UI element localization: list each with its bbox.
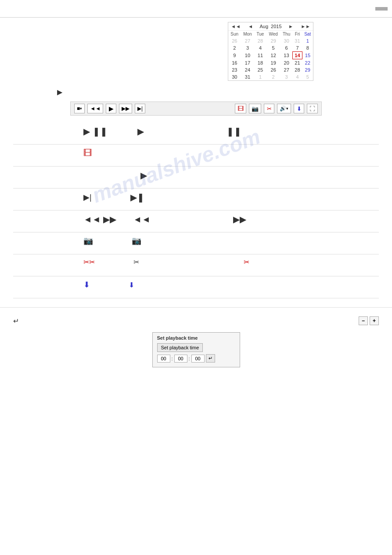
- cal-month[interactable]: Aug: [259, 24, 268, 29]
- cal-cell[interactable]: 26: [266, 66, 281, 73]
- cal-cell[interactable]: 26: [228, 37, 241, 44]
- rewind-icon[interactable]: ◄◄: [133, 214, 151, 225]
- next-key-button[interactable]: ▶|: [135, 104, 145, 113]
- cal-cell[interactable]: 28: [254, 37, 266, 44]
- cal-cell[interactable]: 31: [292, 37, 302, 44]
- next-frame-icon-row[interactable]: ▶|: [83, 192, 92, 202]
- minutes-input[interactable]: [174, 355, 187, 363]
- cal-cell[interactable]: 4: [254, 44, 266, 52]
- cal-cell[interactable]: 9: [228, 52, 241, 59]
- play-pause-content: ▶ ❚❚ ▶ ❚❚: [83, 126, 379, 137]
- rewind-ff-icon[interactable]: ◄◄ ▶▶: [83, 214, 116, 225]
- cal-cell[interactable]: 17: [241, 59, 255, 67]
- cal-cell[interactable]: 19: [266, 59, 281, 67]
- playback-enter-button[interactable]: ↵: [206, 354, 215, 363]
- next-frame-row: ▶| ▶❚: [13, 189, 379, 210]
- play-frame-icon[interactable]: ▶❚: [130, 192, 144, 203]
- pause-icon[interactable]: ❚❚: [227, 126, 241, 137]
- play-button[interactable]: ▶: [106, 104, 116, 113]
- play2-icon[interactable]: ▶: [140, 170, 147, 181]
- snapshot-row: 📷 📷: [13, 232, 379, 254]
- cal-cell[interactable]: 15: [302, 52, 313, 59]
- cal-first-prev[interactable]: ◄◄: [230, 24, 241, 29]
- play-pause-row: ▶ ❚❚ ▶ ❚❚: [13, 123, 379, 145]
- cal-cell[interactable]: 25: [254, 66, 266, 73]
- cal-cell[interactable]: 13: [281, 52, 293, 59]
- scissors-red-icon-2[interactable]: ✂: [244, 258, 249, 266]
- playback-popup: Set playback time Set playback time : : …: [152, 332, 240, 367]
- fullscreen-button[interactable]: ⛶: [307, 104, 318, 113]
- plus-button[interactable]: +: [370, 316, 379, 325]
- cal-cell[interactable]: 16: [228, 59, 241, 67]
- cal-cell[interactable]: 10: [241, 52, 255, 59]
- stop-icon: ■: [77, 105, 80, 112]
- cal-cell[interactable]: 21: [292, 59, 302, 67]
- cal-cell[interactable]: 23: [228, 66, 241, 73]
- download-icon-1[interactable]: ⬇: [83, 280, 90, 290]
- cal-cell[interactable]: 6: [281, 44, 293, 52]
- prev-frame-button[interactable]: ◄◄: [87, 104, 103, 113]
- scissors-button[interactable]: ✂: [264, 104, 274, 113]
- stop-button[interactable]: ■ ▾: [74, 104, 85, 113]
- minus-button[interactable]: −: [359, 316, 368, 325]
- cal-cell[interactable]: 8: [302, 44, 313, 52]
- cal-cell[interactable]: 4: [292, 73, 302, 80]
- film-row-icon[interactable]: 🎞: [83, 148, 92, 158]
- play-icon-2[interactable]: ▶: [137, 126, 144, 137]
- cal-cell[interactable]: 3: [281, 73, 293, 80]
- ff-icon[interactable]: ▶▶: [233, 214, 246, 225]
- cal-cell[interactable]: 1: [254, 73, 266, 80]
- seconds-input[interactable]: [191, 355, 205, 363]
- cal-next[interactable]: ►: [288, 24, 294, 29]
- top-bar: [0, 0, 392, 18]
- download-button[interactable]: ⬇: [294, 104, 304, 113]
- cal-cell[interactable]: 27: [241, 37, 255, 44]
- scissors-black-icon[interactable]: ✂: [133, 258, 139, 266]
- cal-cell[interactable]: 2: [266, 73, 281, 80]
- hours-input[interactable]: [157, 355, 170, 363]
- download-row: ⬇ ⬇: [13, 276, 379, 298]
- set-playback-time-button[interactable]: Set playback time: [157, 343, 203, 352]
- cal-day-wed: Wed: [266, 31, 281, 37]
- cal-cell[interactable]: 18: [254, 59, 266, 67]
- scissors-icon: ✂: [267, 105, 272, 112]
- cal-cell[interactable]: 11: [254, 52, 266, 59]
- volume-button[interactable]: 🔊 ▾: [277, 104, 291, 113]
- cal-cell[interactable]: 5: [266, 44, 281, 52]
- cal-cell[interactable]: 31: [241, 73, 255, 80]
- cal-cell[interactable]: 28: [292, 66, 302, 73]
- cal-cell[interactable]: 2: [228, 44, 241, 52]
- bottom-left: ↵: [13, 317, 19, 325]
- cal-cell[interactable]: 20: [281, 59, 293, 67]
- cal-cell[interactable]: 24: [241, 66, 255, 73]
- snapshot-icon-1[interactable]: 📷: [83, 236, 93, 246]
- calendar: ◄◄ ◄ Aug 2015 ► ►► Sun Mon Tue Wed Thu: [228, 22, 313, 81]
- download-icon-2[interactable]: ⬇: [129, 281, 134, 289]
- cal-cell[interactable]: 5: [302, 73, 313, 80]
- play-pause-icon[interactable]: ▶ ❚❚: [83, 126, 108, 137]
- camera-button[interactable]: 📷: [249, 104, 261, 113]
- volume-icon: 🔊: [280, 105, 286, 112]
- cal-year[interactable]: 2015: [271, 24, 281, 29]
- cal-cell[interactable]: 3: [241, 44, 255, 52]
- next-frame-button[interactable]: ▶▶: [119, 104, 132, 113]
- cal-cell[interactable]: 29: [302, 66, 313, 73]
- film-button[interactable]: 🎞: [235, 104, 246, 113]
- cal-cell[interactable]: 14: [292, 52, 302, 59]
- cal-prev[interactable]: ◄: [247, 24, 254, 29]
- cal-cell[interactable]: 7: [292, 44, 302, 52]
- cal-last-next[interactable]: ►►: [300, 24, 311, 29]
- cal-cell[interactable]: 1: [302, 37, 313, 44]
- prev-frame-icon: ◄◄: [90, 105, 101, 112]
- next-frame-content: ▶| ▶❚: [83, 192, 379, 203]
- cal-cell[interactable]: 30: [281, 37, 293, 44]
- cal-cell[interactable]: 29: [266, 37, 281, 44]
- scissors-red-pair-icon[interactable]: ✂✂: [83, 258, 95, 266]
- snapshot-icon-2[interactable]: 📷: [132, 236, 141, 246]
- cal-cell[interactable]: 30: [228, 73, 241, 80]
- cal-cell[interactable]: 22: [302, 59, 313, 67]
- top-bar-button[interactable]: [375, 7, 388, 11]
- cal-cell[interactable]: 12: [266, 52, 281, 59]
- snapshot-content: 📷 📷: [83, 236, 379, 246]
- cal-cell[interactable]: 27: [281, 66, 293, 73]
